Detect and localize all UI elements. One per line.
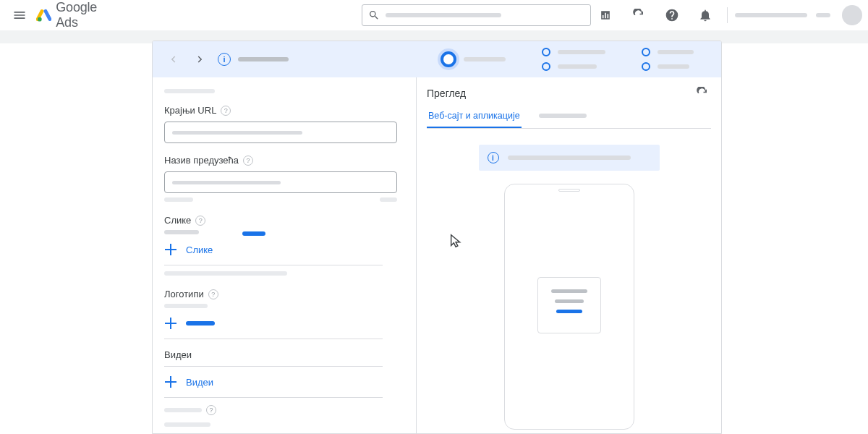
step-indicator-active <box>441 51 456 67</box>
business-name-input[interactable] <box>164 171 397 193</box>
divider <box>164 265 383 265</box>
info-icon: i <box>488 152 499 163</box>
google-ads-logo-icon <box>36 7 51 23</box>
refresh-preview-button[interactable] <box>694 85 711 102</box>
preview-ad-card <box>537 277 601 333</box>
step-current <box>441 51 506 67</box>
info-icon[interactable]: i <box>218 53 231 66</box>
add-logos-button[interactable] <box>164 317 401 330</box>
divider <box>727 7 728 23</box>
notifications-icon[interactable] <box>691 1 720 30</box>
stepper-header: i <box>153 41 721 77</box>
step-indicator <box>542 62 550 71</box>
videos-section-label: Видеи <box>164 349 401 360</box>
product-logo[interactable]: Google Ads <box>36 0 119 30</box>
divider <box>164 366 383 367</box>
step-group-3 <box>642 48 694 71</box>
step-forward-button[interactable] <box>190 49 210 69</box>
product-name: Google Ads <box>56 0 119 30</box>
plus-icon <box>164 317 177 330</box>
preview-title: Преглед <box>427 88 466 99</box>
preview-tabs: Веб-сајт и апликације <box>427 109 711 129</box>
svg-point-2 <box>38 17 42 21</box>
ad-form-pane: Крајњи URL ? Назив предузећа ? Слике ? <box>153 77 417 433</box>
help-icon[interactable]: ? <box>195 216 205 226</box>
plus-icon <box>164 375 177 388</box>
tab-secondary[interactable] <box>537 109 588 128</box>
phone-mock <box>504 184 634 430</box>
help-icon[interactable]: ? <box>208 289 218 299</box>
avatar[interactable] <box>842 5 862 25</box>
add-logos-label <box>186 321 215 326</box>
add-videos-button[interactable]: Видеи <box>164 375 401 388</box>
svg-rect-1 <box>43 9 51 22</box>
account-name-placeholder <box>735 13 807 17</box>
top-bar: Google Ads <box>0 0 868 30</box>
help-icon[interactable]: ? <box>221 106 231 116</box>
plus-icon <box>164 243 177 256</box>
logos-section-label: Логотипи ? <box>164 289 401 299</box>
account-id-placeholder <box>816 13 830 17</box>
help-icon[interactable]: ? <box>206 405 216 415</box>
search-input[interactable] <box>362 4 591 26</box>
breadcrumb-placeholder <box>238 57 289 61</box>
final-url-input[interactable] <box>164 122 397 143</box>
final-url-label: Крајњи URL ? <box>164 105 401 116</box>
creation-panel: i Крајњи URL ? Назив пр <box>152 41 722 434</box>
images-section-label: Слике ? <box>164 215 401 226</box>
divider <box>164 339 383 339</box>
refresh-icon[interactable] <box>624 1 653 30</box>
step-group-2 <box>542 48 605 71</box>
search-icon <box>368 9 380 21</box>
divider <box>164 397 383 398</box>
help-icon[interactable]: ? <box>243 156 253 166</box>
phone-speaker <box>558 189 580 192</box>
tab-web-and-apps[interactable]: Веб-сајт и апликације <box>427 111 522 128</box>
step-indicator <box>642 62 650 71</box>
section-placeholder <box>164 89 215 93</box>
search-placeholder <box>386 13 501 17</box>
step-indicator <box>542 48 550 56</box>
cursor-icon <box>448 233 464 249</box>
add-images-button[interactable]: Слике <box>164 243 401 256</box>
reports-icon[interactable] <box>591 1 620 30</box>
images-tabs <box>164 230 397 234</box>
step-back-button[interactable] <box>163 49 183 69</box>
preview-notice: i <box>479 145 660 171</box>
help-icon[interactable] <box>658 1 686 30</box>
business-name-label: Назив предузећа ? <box>164 155 401 166</box>
preview-pane: Преглед Веб-сајт и апликације i <box>417 77 721 433</box>
step-indicator <box>642 48 650 56</box>
hamburger-menu-icon[interactable] <box>6 1 33 30</box>
